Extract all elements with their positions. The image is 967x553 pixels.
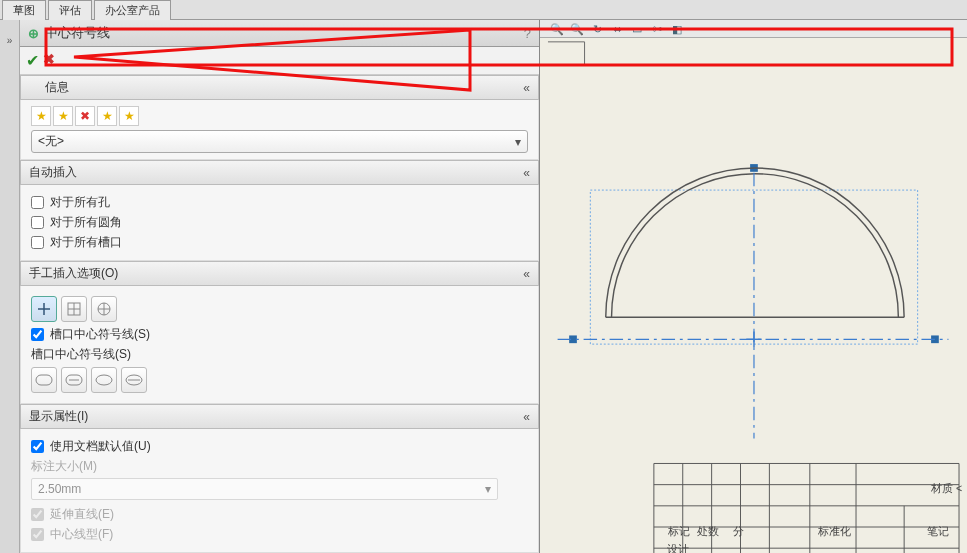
panel-title-text: 中心符号线 (45, 24, 110, 42)
tb-design: 设计 (667, 543, 689, 553)
centermark-single-icon[interactable] (31, 296, 57, 322)
centermark-icon: ⊕ (28, 26, 39, 41)
mark-size-field: 2.50mm ▾ (31, 478, 498, 500)
cb-label: 槽口中心符号线(S) (50, 326, 150, 343)
chevron-down-icon: ▾ (515, 135, 521, 149)
panel-title-bar: ⊕ 中心符号线 ? (20, 20, 539, 47)
tb-material: 材质 < (930, 482, 962, 494)
section-body-manual: 槽口中心符号线(S) 槽口中心符号线(S) (20, 286, 539, 404)
cb-use-doc-default[interactable] (31, 440, 44, 453)
pan-icon[interactable]: ⬌ (610, 22, 624, 36)
cb-label: 延伸直线(E) (50, 506, 114, 523)
disabled-label: 标注大小(M) (31, 458, 97, 475)
tb-mark: 标记 (667, 525, 690, 537)
top-tab-bar: 草图 评估 办公室产品 (0, 0, 967, 20)
fav-star-2[interactable]: ★ (53, 106, 73, 126)
tab-evaluate[interactable]: 评估 (48, 0, 92, 20)
mark-size-value: 2.50mm (38, 482, 81, 496)
cb-centerline-type (31, 528, 44, 541)
help-icon[interactable]: ? (524, 26, 531, 41)
left-gutter: » (0, 20, 20, 553)
svg-point-11 (96, 375, 112, 385)
chevron-up-icon: « (523, 267, 530, 281)
fav-star-delete[interactable]: ✖ (75, 106, 95, 126)
cb-label: 中心线型(F) (50, 526, 113, 543)
cb-all-fillets[interactable] (31, 216, 44, 229)
cb-label: 对于所有圆角 (50, 214, 122, 231)
favorites-toolbar: ★ ★ ✖ ★ ★ (31, 106, 528, 126)
confirm-bar: ✔ ✖ (20, 47, 539, 75)
rotate-icon[interactable]: ↻ (590, 22, 604, 36)
drawing-svg: 标记 处数 分 材质 < 标准化 设计 笔记 (540, 38, 967, 553)
cb-all-slots[interactable] (31, 236, 44, 249)
zoom-fit-icon[interactable]: 🔍 (550, 22, 564, 36)
tb-note: 笔记 (927, 525, 949, 537)
slot-style-1[interactable] (31, 367, 57, 393)
chevron-up-icon: « (523, 81, 530, 95)
centermark-linear-icon[interactable] (61, 296, 87, 322)
cb-label: 对于所有槽口 (50, 234, 122, 251)
chevron-up-icon: « (523, 166, 530, 180)
display-mode-icon[interactable]: ▭ (630, 22, 644, 36)
tab-office[interactable]: 办公室产品 (94, 0, 171, 20)
section-label: 手工插入选项(O) (29, 265, 118, 282)
favorites-dropdown-value: <无> (38, 133, 64, 150)
tb-div: 分 (733, 525, 744, 537)
section-label: 显示属性(I) (29, 408, 88, 425)
cb-slot-centerline[interactable] (31, 328, 44, 341)
cancel-icon[interactable]: ✖ (43, 51, 55, 70)
drawing-canvas[interactable]: 🔍 🔍 ↻ ⬌ ▭ ✂ ◧ (540, 20, 967, 553)
tb-std: 标准化 (817, 525, 851, 537)
section-label: 自动插入 (29, 164, 77, 181)
slot-style-4[interactable] (121, 367, 147, 393)
favorites-dropdown[interactable]: <无> ▾ (31, 130, 528, 153)
section-label: 信息 (45, 79, 69, 96)
ok-icon[interactable]: ✔ (26, 51, 39, 70)
slot-style-2[interactable] (61, 367, 87, 393)
slot-style-3[interactable] (91, 367, 117, 393)
sub-label: 槽口中心符号线(S) (31, 346, 528, 363)
chevron-down-icon: ▾ (485, 482, 491, 496)
cb-label: 使用文档默认值(U) (50, 438, 151, 455)
section-body-display: 使用文档默认值(U) 标注大小(M) 2.50mm ▾ 延伸直线(E) 中心线型… (20, 429, 539, 553)
svg-rect-8 (36, 375, 52, 385)
tab-sketch[interactable]: 草图 (2, 0, 46, 20)
fav-star-3[interactable]: ★ (97, 106, 117, 126)
tb-qty: 处数 (697, 525, 719, 537)
section-body-favorites: ★ ★ ✖ ★ ★ <无> ▾ (20, 100, 539, 160)
property-panel: ⊕ 中心符号线 ? ✔ ✖ 信息 « ★ ★ ✖ ★ ★ <无> ▾ (20, 20, 540, 553)
expand-arrow-icon[interactable]: » (0, 35, 19, 46)
section-head-display[interactable]: 显示属性(I) « (20, 404, 539, 429)
centermark-circular-icon[interactable] (91, 296, 117, 322)
view-cube-icon[interactable]: ◧ (670, 22, 684, 36)
fav-star-4[interactable]: ★ (119, 106, 139, 126)
zoom-area-icon[interactable]: 🔍 (570, 22, 584, 36)
section-head-message[interactable]: 信息 « (20, 75, 539, 100)
canvas-toolbar: 🔍 🔍 ↻ ⬌ ▭ ✂ ◧ (540, 20, 967, 38)
section-icon[interactable]: ✂ (650, 22, 664, 36)
cb-extended-line (31, 508, 44, 521)
cb-all-holes[interactable] (31, 196, 44, 209)
cb-label: 对于所有孔 (50, 194, 110, 211)
section-head-autoinsert[interactable]: 自动插入 « (20, 160, 539, 185)
chevron-up-icon: « (523, 410, 530, 424)
fav-star-1[interactable]: ★ (31, 106, 51, 126)
section-head-manual[interactable]: 手工插入选项(O) « (20, 261, 539, 286)
section-body-autoinsert: 对于所有孔 对于所有圆角 对于所有槽口 (20, 185, 539, 261)
